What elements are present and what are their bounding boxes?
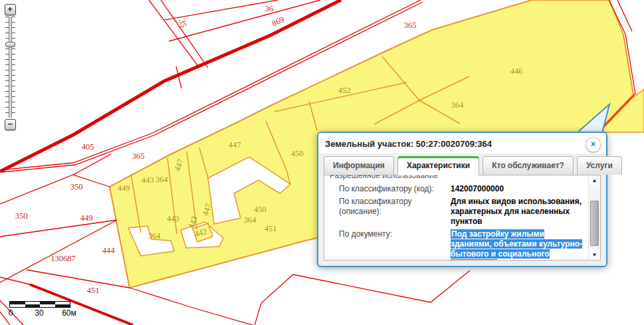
parcel-number-label: 364 (451, 100, 465, 110)
popup-title: Земельный участок: 50:27:0020709:364 (325, 139, 492, 149)
parcel-number-label: 452 (338, 86, 351, 95)
parcel-number-label: 350 (15, 211, 28, 221)
parcel-number-label: 444 (102, 246, 116, 255)
scale-bar-graphic (9, 301, 70, 308)
scale-tick-0: 0 (9, 308, 13, 318)
section-header: Разрешенное использование (328, 175, 584, 183)
attribute-label: По документу: (339, 229, 451, 261)
popup-tabs: Информация Характеристики Кто обслуживае… (318, 154, 606, 175)
parcel-number-label: 130687 (51, 254, 76, 263)
parcel-number-label: 364 (156, 175, 169, 184)
scrollbar-thumb[interactable] (590, 201, 599, 246)
zoom-slider-track[interactable] (5, 17, 15, 118)
parcel-number-label: 365 (404, 21, 417, 30)
zoom-control: + − (4, 4, 16, 130)
popup-header: Земельный участок: 50:27:0020709:364 (318, 133, 606, 154)
parcel-info-popup: Земельный участок: 50:27:0020709:364 × И… (317, 132, 607, 267)
attribute-value: Для иных видов использования, характерны… (451, 197, 584, 227)
attribute-row: По классификатору (код): 142007000000 (339, 184, 584, 194)
parcel-number-label: 365 (132, 152, 145, 161)
parcel-number-label: 447 (229, 140, 241, 150)
zoom-slider-handle[interactable] (5, 42, 15, 47)
attribute-label: По классификатору (код): (339, 184, 451, 194)
parcel-number-label: 450 (254, 205, 267, 214)
parcel-number-label: 451 (265, 224, 277, 233)
parcel-number-label: 446 (510, 66, 523, 76)
scale-bar: 0 30 60м (9, 301, 70, 318)
parcel-number-label: 450 (291, 149, 304, 158)
scroll-down-arrow-icon[interactable]: ▼ (589, 250, 600, 260)
attribute-row: По классификатору (описание): Для иных в… (339, 197, 584, 227)
scale-tick-60: 60м (62, 308, 76, 318)
parcel-number-label: 449 (80, 213, 93, 223)
content-scrollbar[interactable]: ▲ ▼ (588, 175, 600, 260)
scale-tick-30: 30 (35, 308, 43, 318)
zoom-out-button[interactable]: − (5, 119, 16, 130)
zoom-in-button[interactable]: + (5, 4, 16, 15)
tab-information[interactable]: Информация (324, 156, 394, 175)
parcel-number-label: 443 (167, 214, 179, 223)
attribute-value: 142007000000 (451, 184, 584, 194)
tab-who-services[interactable]: Кто обслуживает? (483, 156, 574, 175)
parcel-number-label: 364 (244, 215, 257, 225)
attribute-row: По документу: Под застройку жилыми здани… (339, 229, 584, 261)
attribute-value-selected: Под застройку жилыми зданиями, объектами… (451, 229, 584, 261)
cadastral-map-app: 3536869365405365350350449444130687451449… (0, 0, 644, 325)
selected-text: Под застройку жилыми зданиями, объектами… (451, 229, 582, 261)
scroll-up-arrow-icon[interactable]: ▲ (589, 175, 600, 185)
zoom-slider-rail (9, 17, 12, 118)
parcel-number-label: 443 (142, 175, 154, 185)
parcel-number-label: 405 (82, 142, 94, 152)
tab-content: Разрешенное использование По классификат… (324, 175, 601, 261)
parcel-number-label: 449 (118, 183, 130, 193)
parcel-number-label: 350 (70, 182, 83, 191)
parcel-number-label: 364 (148, 231, 161, 241)
tab-characteristics[interactable]: Характеристики (397, 156, 479, 175)
tab-services[interactable]: Услуги (577, 156, 622, 175)
close-icon[interactable]: × (586, 137, 601, 152)
parcel-number-label: 36 (265, 4, 274, 13)
parcel-number-label: 451 (87, 286, 100, 295)
attribute-label: По классификатору (описание): (339, 197, 451, 227)
